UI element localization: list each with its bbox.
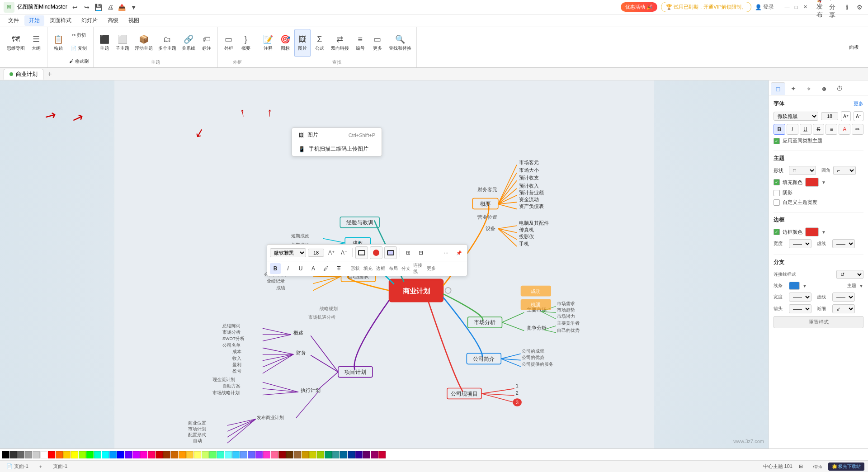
- color-cell[interactable]: [309, 451, 316, 458]
- minimize-button[interactable]: —: [783, 3, 791, 11]
- color-cell[interactable]: [217, 451, 224, 458]
- color-cell[interactable]: [278, 451, 286, 458]
- font-shrink-btn[interactable]: A⁻: [854, 111, 863, 121]
- taper-select[interactable]: ↙: [832, 304, 855, 313]
- close-button[interactable]: ✕: [801, 3, 809, 11]
- multi-topic-button[interactable]: 🗂 多个主题: [156, 29, 179, 57]
- shape-btn-rect[interactable]: [355, 246, 368, 259]
- color-cell[interactable]: [378, 451, 386, 458]
- topic-button[interactable]: ⬛ 主题: [96, 29, 113, 57]
- color-cell[interactable]: [2, 451, 9, 458]
- share-button[interactable]: ↗ 分享: [829, 2, 839, 12]
- shape-btn-circle[interactable]: [370, 246, 382, 259]
- border-color-swatch[interactable]: [805, 227, 819, 236]
- rp-tab-position[interactable]: ⌖: [802, 82, 816, 95]
- color-cell[interactable]: [140, 451, 147, 458]
- note-button[interactable]: 📝 注释: [260, 29, 276, 57]
- fit-button[interactable]: ⊞: [796, 463, 806, 470]
- color-cell[interactable]: [332, 451, 340, 458]
- border-dash-select[interactable]: ——- -···: [832, 239, 855, 248]
- page-indicator[interactable]: 📄 页面-1: [4, 463, 31, 470]
- summary-button[interactable]: } 概要: [238, 29, 254, 57]
- subtopic-button[interactable]: ⬜ 子主题: [113, 29, 132, 57]
- color-cell[interactable]: [48, 451, 55, 458]
- color-cell[interactable]: [340, 451, 347, 458]
- more-options-button[interactable]: ▼: [129, 2, 139, 12]
- frame-button[interactable]: ▭ 外框: [221, 29, 237, 57]
- fill-color-swatch[interactable]: [805, 178, 819, 187]
- print-button[interactable]: 🖨: [105, 2, 115, 12]
- login-button[interactable]: 👤 登录: [755, 3, 774, 11]
- font-grow-btn[interactable]: A⁺: [841, 111, 851, 121]
- color-cell[interactable]: [209, 451, 217, 458]
- color-cell[interactable]: [63, 451, 71, 458]
- color-cell[interactable]: [194, 451, 201, 458]
- color-cell[interactable]: [248, 451, 255, 458]
- info-button[interactable]: ℹ: [842, 2, 852, 12]
- color-cell[interactable]: [263, 451, 270, 458]
- settings-button[interactable]: ⚙: [854, 2, 864, 12]
- maximize-button[interactable]: □: [792, 3, 800, 11]
- color-cell[interactable]: [17, 451, 24, 458]
- apply-same-type-checkbox[interactable]: [774, 138, 780, 144]
- highlight-fmt-btn[interactable]: ✏: [852, 124, 863, 135]
- color-cell[interactable]: [325, 451, 332, 458]
- clear-format-button[interactable]: T̶: [333, 263, 344, 274]
- format-painter-button[interactable]: 🖌 格式刷: [67, 55, 90, 68]
- font-size-field[interactable]: [821, 112, 838, 120]
- highlight-button[interactable]: 🖊: [321, 263, 331, 274]
- outline-button[interactable]: ☰ 大纲: [28, 29, 44, 57]
- shadow-checkbox[interactable]: [774, 190, 780, 196]
- color-cell[interactable]: [186, 451, 193, 458]
- rp-tab-style[interactable]: ✦: [786, 82, 801, 95]
- bold-button[interactable]: B: [270, 263, 281, 274]
- fill-color-checkbox[interactable]: [774, 179, 780, 185]
- undo-button[interactable]: ↩: [70, 2, 80, 12]
- panel-toggle-button[interactable]: 面板: [845, 41, 863, 54]
- line-topic-dropdown[interactable]: ▼: [859, 283, 863, 288]
- export-button[interactable]: 📤: [117, 2, 127, 12]
- menu-start[interactable]: 开始: [24, 15, 44, 26]
- color-cell[interactable]: [171, 451, 178, 458]
- align-fmt-btn[interactable]: ≡: [826, 124, 837, 135]
- dropdown-image-item[interactable]: 🖼 图片 Ctrl+Shift+P: [292, 128, 382, 142]
- color-cell[interactable]: [86, 451, 94, 458]
- color-cell[interactable]: [79, 451, 86, 458]
- paste-button[interactable]: 📋 粘贴: [50, 29, 66, 57]
- node-align-button[interactable]: ⊞: [403, 247, 414, 258]
- dual-link-button[interactable]: ⇄ 双向链接: [329, 29, 351, 57]
- color-cell[interactable]: [71, 451, 78, 458]
- tab-business-plan[interactable]: 商业计划: [4, 69, 43, 80]
- menu-file[interactable]: 文件: [4, 15, 24, 26]
- color-cell[interactable]: [240, 451, 247, 458]
- color-cell[interactable]: [25, 451, 32, 458]
- color-cell[interactable]: [355, 451, 363, 458]
- dropdown-qr-item[interactable]: 📱 手机扫描二维码上传图片: [292, 142, 382, 156]
- more-ft-button[interactable]: ···: [441, 247, 452, 258]
- save-button[interactable]: 💾: [94, 2, 104, 12]
- copy-button[interactable]: 📄 复制: [67, 42, 90, 55]
- font-size-input[interactable]: [308, 249, 324, 257]
- color-cell[interactable]: [232, 451, 240, 458]
- custom-width-checkbox[interactable]: [774, 199, 780, 206]
- color-cell[interactable]: [33, 451, 40, 458]
- line-dash-select[interactable]: ——: [832, 293, 855, 302]
- connect-style-select[interactable]: ↺→: [836, 270, 863, 279]
- color-cell[interactable]: [125, 451, 132, 458]
- color-cell[interactable]: [56, 451, 63, 458]
- restore-style-button[interactable]: 重置样式: [774, 316, 863, 328]
- underline-button[interactable]: U: [295, 263, 306, 274]
- border-color-dropdown[interactable]: ▼: [821, 230, 826, 235]
- line-color-swatch[interactable]: [789, 282, 800, 290]
- canvas[interactable]: 商业计划 概要 市场客元 市场大小 预计收支 预计收入 财务客元 预计营业额 资…: [0, 80, 769, 448]
- shape-btn-rect-sel[interactable]: [384, 246, 397, 259]
- color-cell[interactable]: [271, 451, 278, 458]
- color-cell[interactable]: [117, 451, 124, 458]
- color-cell[interactable]: [371, 451, 378, 458]
- color-cell[interactable]: [109, 451, 117, 458]
- rp-tab-animation[interactable]: ⏱: [832, 82, 847, 95]
- font-grow-button[interactable]: A⁺: [326, 247, 337, 258]
- trial-button[interactable]: 🏆 试用已到期，开通VIP解锁限制。: [661, 2, 751, 12]
- color-cell[interactable]: [156, 451, 163, 458]
- relation-button[interactable]: 🔗 关系线: [179, 29, 198, 57]
